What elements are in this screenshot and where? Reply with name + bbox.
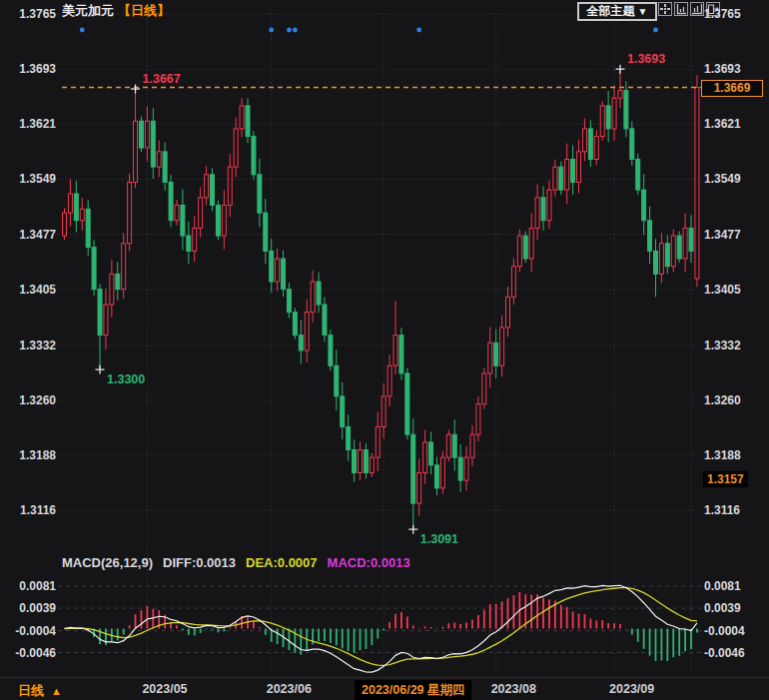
candle[interactable] [630,121,634,166]
event-dot[interactable] [80,28,85,33]
candle[interactable] [335,350,339,410]
crosshair-tool-button[interactable] [658,2,672,16]
candle[interactable] [169,175,173,227]
candle[interactable] [582,119,586,161]
candle[interactable] [305,300,309,362]
candle[interactable] [240,98,244,137]
candle[interactable] [411,418,415,529]
candle[interactable] [329,330,333,370]
candle[interactable] [139,117,143,153]
candle[interactable] [494,329,498,378]
candle[interactable] [116,262,120,300]
event-dot[interactable] [293,28,298,33]
candle[interactable] [417,458,421,515]
candle[interactable] [175,200,179,226]
candle[interactable] [636,154,640,195]
candle[interactable] [110,260,114,317]
candle[interactable] [216,201,220,240]
candle[interactable] [205,166,209,205]
candle[interactable] [535,185,539,240]
candle[interactable] [689,215,693,263]
candle[interactable] [695,75,699,287]
candle[interactable] [683,213,687,272]
axis-scale-right-button[interactable] [690,2,704,16]
candle[interactable] [506,287,510,337]
candle[interactable] [228,154,232,217]
candle[interactable] [600,101,604,140]
candle[interactable] [618,69,622,108]
candle[interactable] [187,222,191,264]
candle[interactable] [399,328,403,379]
candle[interactable] [434,456,438,495]
candle[interactable] [476,396,480,441]
candle[interactable] [157,141,161,178]
candle[interactable] [648,207,652,264]
event-dot[interactable] [269,28,274,33]
candle[interactable] [470,425,474,466]
candle[interactable] [446,430,450,462]
candle[interactable] [145,106,149,161]
candle[interactable] [565,144,569,205]
candle[interactable] [588,121,592,168]
candle[interactable] [559,162,563,195]
candle[interactable] [529,213,533,272]
candle[interactable] [458,444,462,492]
candle[interactable] [317,273,321,314]
candle[interactable] [122,233,126,298]
chart-canvas[interactable] [0,0,769,700]
candle[interactable] [364,443,368,478]
candle[interactable] [128,174,132,251]
candle[interactable] [270,239,274,293]
candle[interactable] [624,81,628,137]
candle[interactable] [370,453,374,477]
candle[interactable] [612,85,616,140]
candle[interactable] [98,284,102,369]
candle[interactable] [86,200,90,256]
candle[interactable] [258,159,262,228]
candle[interactable] [571,145,575,195]
candle[interactable] [405,367,409,439]
candle[interactable] [264,199,268,264]
candle[interactable] [341,382,345,439]
candle[interactable] [671,230,675,273]
candle[interactable] [323,298,327,343]
candle[interactable] [181,190,185,251]
candle[interactable] [541,187,545,231]
candle[interactable] [464,446,468,490]
candle[interactable] [547,181,551,229]
candle[interactable] [104,289,108,350]
candle[interactable] [193,216,197,262]
candle[interactable] [654,239,658,297]
candle[interactable] [293,308,297,340]
candle[interactable] [376,412,380,471]
event-dot[interactable] [653,28,658,33]
axis-scale-left-button[interactable] [674,2,688,16]
theme-dropdown[interactable]: 全部主题 ▼ [577,2,657,21]
candle[interactable] [517,230,521,273]
candle[interactable] [151,108,155,179]
candle[interactable] [440,451,444,494]
period-selector[interactable]: 日线 ▲ [18,682,62,700]
candle[interactable] [74,181,78,233]
candle[interactable] [482,367,486,408]
candle[interactable] [677,231,681,263]
candle[interactable] [163,143,167,191]
candle[interactable] [423,430,427,484]
candle[interactable] [642,174,646,235]
candle[interactable] [353,439,357,481]
candle[interactable] [488,327,492,387]
candle[interactable] [252,131,256,180]
candle[interactable] [311,271,315,323]
candle[interactable] [299,321,303,364]
event-dot[interactable] [287,28,292,33]
candle[interactable] [594,130,598,165]
candle[interactable] [287,283,291,318]
candle[interactable] [199,188,203,238]
candle[interactable] [246,98,250,143]
candle[interactable] [63,209,67,241]
candle[interactable] [347,414,351,460]
candle[interactable] [577,140,581,194]
candle[interactable] [387,354,391,406]
candle[interactable] [659,233,663,283]
candle[interactable] [393,301,397,373]
